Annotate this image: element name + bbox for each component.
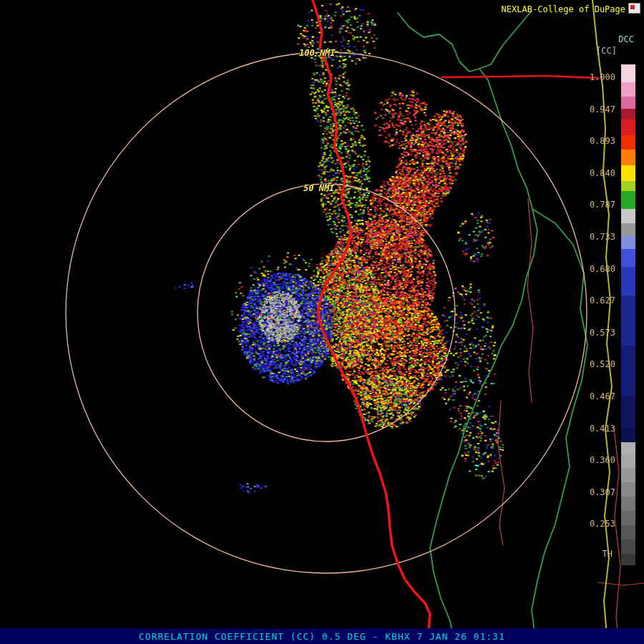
color-scale-segment (621, 109, 635, 119)
status-bar: CORRELATION COEFFICIENT (CC) 0.5 DEG - K… (0, 628, 644, 644)
highway-299 (442, 76, 598, 78)
radar-display: NEXLAB-College of DuPage DCC [CC] 1.0000… (0, 0, 644, 644)
page-title: NEXLAB-College of DuPage (502, 4, 625, 14)
county-line (498, 401, 504, 545)
river (398, 13, 537, 644)
color-scale-segment (621, 223, 635, 236)
legend-product-code: DCC (618, 34, 634, 44)
color-scale-segment (621, 346, 635, 396)
legend-unit-label: [CC] (596, 46, 617, 56)
color-scale-segment (621, 396, 635, 428)
color-scale-segment (621, 209, 635, 223)
color-scale-segment (621, 181, 635, 191)
color-scale-segment (621, 249, 635, 267)
color-scale-segment (621, 428, 635, 442)
cod-logo-icon (628, 3, 640, 14)
color-scale-segment (621, 468, 635, 482)
color-scale-segment (621, 482, 635, 497)
county-line (614, 428, 620, 644)
color-scale-segment (621, 296, 635, 346)
map-overlay (0, 0, 644, 644)
color-scale-segment (621, 497, 635, 511)
county-line (598, 582, 644, 585)
color-scale-segment (621, 97, 635, 109)
range-ring (197, 184, 455, 441)
river (532, 209, 587, 644)
state-route-olive (592, 0, 612, 644)
color-scale-segment (621, 554, 635, 565)
color-scale-segment (621, 540, 635, 554)
color-scale-segment (621, 165, 635, 181)
color-scale-segment (621, 511, 635, 525)
color-scale-segment (621, 119, 635, 135)
color-scale-segment (621, 150, 635, 165)
range-ring-label-50: 50 NMI (303, 183, 334, 193)
color-scale (621, 64, 635, 565)
color-scale-segment (621, 267, 635, 296)
color-scale-segment (621, 135, 635, 150)
color-scale-segment (621, 236, 635, 249)
legend-threshold-label: TH (602, 549, 613, 559)
river (479, 11, 531, 69)
cod-logo-accent (630, 5, 635, 9)
color-scale-segment (621, 191, 635, 209)
county-line (527, 199, 533, 402)
color-scale-segment (621, 525, 635, 540)
color-scale-segment (621, 454, 635, 468)
color-scale-segment (621, 82, 635, 97)
color-scale-segment (621, 64, 635, 82)
range-ring-label-100: 100 NMI (299, 48, 336, 58)
range-ring (66, 52, 587, 573)
color-scale-segment (621, 442, 635, 454)
highway-101 (313, 0, 430, 644)
status-text: CORRELATION COEFFICIENT (CC) 0.5 DEG - K… (139, 631, 505, 642)
